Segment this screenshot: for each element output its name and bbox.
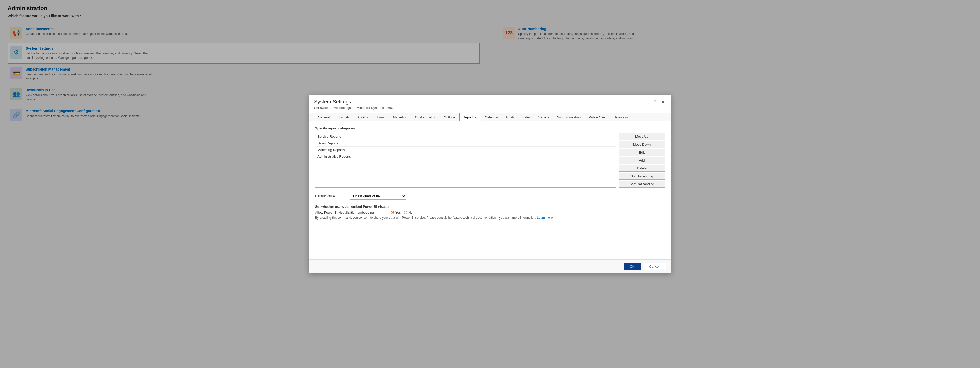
default-value-select[interactable]: Unassigned Value — [350, 193, 406, 200]
tab-email[interactable]: Email — [373, 113, 389, 121]
report-categories-title: Specify report categories — [315, 126, 665, 130]
sort-ascending-button[interactable]: Sort Ascending — [619, 173, 665, 180]
powerbi-label: Allow Power BI visualization embedding — [315, 211, 387, 214]
radio-yes-indicator — [391, 211, 394, 214]
tab-formats[interactable]: Formats — [334, 113, 353, 121]
radio-no-text: No — [408, 211, 413, 214]
tab-synchronization[interactable]: Synchronization — [553, 113, 585, 121]
tab-general[interactable]: General — [314, 113, 334, 121]
ok-button[interactable]: OK — [624, 263, 641, 270]
tab-mobile-client[interactable]: Mobile Client — [584, 113, 611, 121]
tab-marketing[interactable]: Marketing — [389, 113, 411, 121]
tab-customization[interactable]: Customization — [411, 113, 440, 121]
add-button[interactable]: Add — [619, 157, 665, 164]
report-categories-area: Service Reports Sales Reports Marketing … — [315, 133, 665, 187]
learn-more-link[interactable]: Learn more — [537, 216, 552, 219]
tab-outlook[interactable]: Outlook — [440, 113, 459, 121]
report-list[interactable]: Service Reports Sales Reports Marketing … — [315, 133, 616, 187]
modal-header: System Settings Set system-level setting… — [309, 95, 671, 113]
powerbi-note: By enabling this command, you consent to… — [315, 216, 665, 219]
move-up-button[interactable]: Move Up — [619, 133, 665, 140]
tab-service[interactable]: Service — [535, 113, 553, 121]
modal-close-button[interactable]: ✕ — [660, 99, 666, 105]
default-value-label: Default Value — [315, 194, 346, 198]
tab-reporting[interactable]: Reporting — [459, 113, 481, 121]
powerbi-row: Allow Power BI visualization embedding Y… — [315, 211, 665, 214]
tab-auditing[interactable]: Auditing — [353, 113, 373, 121]
modal-footer: OK Cancel — [309, 259, 671, 273]
powerbi-section: Set whether users can embed Power BI vis… — [315, 205, 665, 219]
modal-title: System Settings — [314, 99, 393, 105]
powerbi-section-title: Set whether users can embed Power BI vis… — [315, 205, 665, 208]
radio-group-powerbi: Yes No — [391, 211, 413, 214]
sort-descending-button[interactable]: Sort Descending — [619, 181, 665, 187]
report-buttons: Move Up Move Down Edit Add Delete Sort A… — [619, 133, 665, 187]
radio-no-indicator — [404, 211, 407, 214]
list-item-admin-reports[interactable]: Administrative Reports — [315, 153, 616, 160]
cancel-button[interactable]: Cancel — [643, 263, 666, 270]
list-item-service-reports[interactable]: Service Reports — [315, 133, 616, 140]
radio-yes-label[interactable]: Yes — [391, 211, 401, 214]
radio-yes-text: Yes — [395, 211, 401, 214]
list-item-sales-reports[interactable]: Sales Reports — [315, 140, 616, 147]
move-down-button[interactable]: Move Down — [619, 141, 665, 148]
tab-calendar[interactable]: Calendar — [481, 113, 502, 121]
edit-button[interactable]: Edit — [619, 149, 665, 156]
tab-sales[interactable]: Sales — [519, 113, 535, 121]
modal-body: Specify report categories Service Report… — [309, 121, 671, 259]
list-item-marketing-reports[interactable]: Marketing Reports — [315, 147, 616, 153]
default-value-row: Default Value Unassigned Value — [315, 193, 665, 200]
tab-goals[interactable]: Goals — [502, 113, 519, 121]
delete-button[interactable]: Delete — [619, 165, 665, 172]
modal-tabs: General Formats Auditing Email Marketing… — [309, 113, 671, 121]
radio-no-label[interactable]: No — [404, 211, 413, 214]
system-settings-modal: System Settings Set system-level setting… — [309, 94, 671, 274]
tab-previews[interactable]: Previews — [611, 113, 632, 121]
modal-help-button[interactable]: ? — [652, 99, 658, 105]
modal-subtitle: Set system-level settings for Microsoft … — [314, 106, 393, 110]
